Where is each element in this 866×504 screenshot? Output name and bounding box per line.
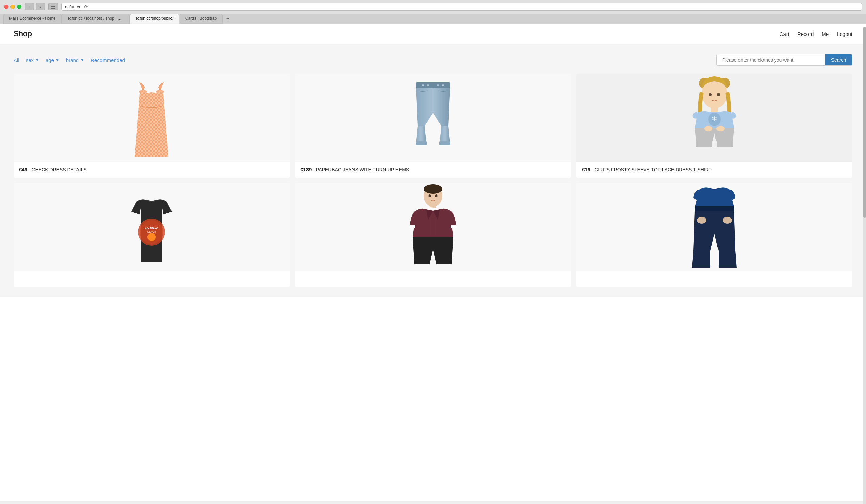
product-card-1[interactable]: €49 CHECK DRESS DETAILS: [13, 74, 290, 178]
filter-brand[interactable]: brand ▼: [66, 57, 84, 63]
product-name-3: Girl's frosty sleeve top lace dress T-sh…: [595, 167, 711, 172]
brand-logo[interactable]: Shop: [13, 30, 32, 38]
svg-point-42: [435, 194, 438, 197]
svg-rect-0: [51, 5, 55, 5]
product-info-1: €49 CHECK DRESS DETAILS: [13, 162, 290, 178]
product-price-1: €49: [19, 167, 27, 172]
svg-point-36: [423, 184, 443, 194]
product-card-6[interactable]: [576, 183, 853, 287]
jeans-svg: [406, 79, 460, 157]
girl-svg: ❄: [681, 74, 748, 162]
me-link[interactable]: Me: [822, 31, 829, 37]
product-info-3: €19 Girl's frosty sleeve top lace dress …: [576, 162, 853, 178]
record-link[interactable]: Record: [797, 31, 813, 37]
close-button[interactable]: [4, 5, 9, 9]
logout-link[interactable]: Logout: [837, 31, 853, 37]
svg-rect-2: [51, 8, 55, 9]
browser-tabs: Mal's Ecommerce - Home ecfun.cc / localh…: [0, 13, 866, 24]
svg-point-24: [704, 126, 712, 131]
filter-all-label: All: [13, 57, 19, 63]
svg-point-32: [147, 233, 156, 241]
browser-chrome: ‹ › ecfun.cc ⟳ Mal's Ecommerce - Home ec…: [0, 0, 866, 24]
filter-bar: All sex ▼ age ▼ brand ▼ Recommended Sear…: [13, 54, 853, 66]
minimize-button[interactable]: [11, 5, 15, 9]
product-price-2: €139: [300, 167, 312, 172]
svg-rect-8: [416, 82, 450, 88]
navbar: Shop Cart Record Me Logout: [0, 24, 866, 44]
new-tab-button[interactable]: +: [223, 13, 233, 24]
product-grid: €49 CHECK DRESS DETAILS: [13, 74, 853, 287]
back-button[interactable]: ‹: [25, 3, 34, 11]
product-info-2: €139 PAPERBAG JEANS WITH TURN-UP HEMS: [295, 162, 571, 178]
product-info-6: [576, 271, 853, 287]
product-name-1: CHECK DRESS DETAILS: [32, 167, 86, 172]
product-card-3[interactable]: ❄ €19: [576, 74, 853, 178]
svg-point-12: [442, 84, 444, 86]
cart-link[interactable]: Cart: [780, 31, 789, 37]
search-button[interactable]: Search: [825, 55, 852, 65]
filter-recommended-label: Recommended: [91, 57, 125, 63]
svg-point-41: [429, 194, 431, 197]
filter-all[interactable]: All: [13, 57, 19, 63]
dark-tshirt-svg: LA JOLLA BEACH: [124, 188, 179, 266]
scrollbar[interactable]: [863, 27, 866, 501]
svg-point-25: [717, 126, 725, 131]
reload-button[interactable]: ⟳: [84, 4, 88, 10]
svg-rect-22: [696, 141, 712, 147]
blazer-svg: [402, 183, 464, 271]
svg-rect-38: [409, 225, 415, 228]
svg-point-45: [723, 217, 732, 224]
navbar-links: Cart Record Me Logout: [780, 31, 853, 37]
filter-recommended[interactable]: Recommended: [91, 57, 125, 63]
nav-buttons: ‹ ›: [25, 3, 45, 11]
svg-rect-19: [711, 107, 718, 112]
svg-rect-1: [51, 7, 55, 7]
product-info-4: [13, 271, 290, 287]
search-bar: Search: [717, 54, 853, 66]
address-bar[interactable]: ecfun.cc ⟳: [61, 3, 862, 11]
tab-2[interactable]: ecfun.cc / localhost / shop | phpMyAdmin…: [62, 13, 130, 24]
filter-sex[interactable]: sex ▼: [26, 57, 39, 63]
forward-button[interactable]: ›: [35, 3, 45, 11]
tab-1[interactable]: Mal's Ecommerce - Home: [3, 13, 62, 24]
product-card-4[interactable]: LA JOLLA BEACH: [13, 183, 290, 287]
traffic-lights: [4, 5, 21, 9]
tab-4[interactable]: Cards · Bootstrap: [180, 13, 223, 24]
svg-point-26: [709, 93, 712, 97]
app-content: Shop Cart Record Me Logout All sex ▼ age…: [0, 24, 866, 501]
svg-point-44: [697, 217, 706, 224]
svg-rect-15: [440, 142, 450, 145]
scrollbar-thumb[interactable]: [863, 27, 866, 218]
product-card-2[interactable]: €139 PAPERBAG JEANS WITH TURN-UP HEMS: [295, 74, 571, 178]
product-image-6: [576, 183, 853, 271]
browser-titlebar: ‹ › ecfun.cc ⟳: [0, 0, 866, 13]
tab-3[interactable]: ecfun.cc/shop/public/: [130, 13, 179, 24]
svg-point-27: [717, 93, 720, 97]
filter-age-label: age: [46, 57, 54, 63]
svg-point-11: [437, 84, 439, 86]
filter-sex-label: sex: [26, 57, 34, 63]
brand-chevron-icon: ▼: [80, 58, 84, 62]
svg-rect-39: [451, 225, 457, 228]
svg-rect-14: [416, 142, 426, 145]
product-image-3: ❄: [576, 74, 853, 162]
product-card-5[interactable]: [295, 183, 571, 287]
filter-age[interactable]: age ▼: [46, 57, 59, 63]
sidebar-toggle-button[interactable]: [48, 3, 58, 11]
product-image-2: [295, 74, 571, 162]
product-image-5: [295, 183, 571, 271]
main-content: All sex ▼ age ▼ brand ▼ Recommended Sear…: [0, 44, 866, 297]
svg-text:❄: ❄: [712, 115, 718, 122]
svg-point-10: [427, 84, 429, 86]
filter-brand-label: brand: [66, 57, 79, 63]
sex-chevron-icon: ▼: [35, 58, 39, 62]
product-image-4: LA JOLLA BEACH: [13, 183, 290, 271]
product-image-1: [13, 74, 290, 162]
age-chevron-icon: ▼: [55, 58, 59, 62]
svg-text:LA JOLLA: LA JOLLA: [145, 226, 158, 229]
url-text: ecfun.cc: [65, 4, 81, 10]
dress-svg: [124, 79, 179, 157]
svg-point-9: [422, 84, 424, 86]
fullscreen-button[interactable]: [17, 5, 21, 9]
search-input[interactable]: [717, 55, 825, 65]
